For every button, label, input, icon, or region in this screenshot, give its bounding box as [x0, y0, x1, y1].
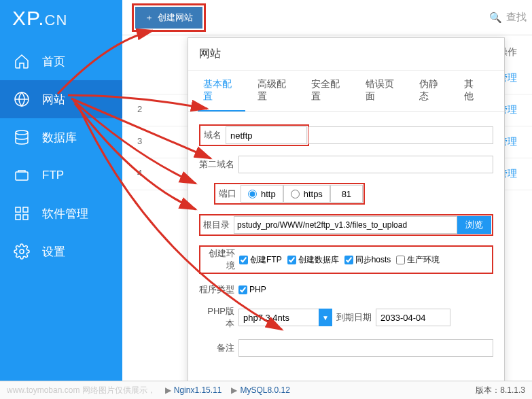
port-label: 端口 [216, 188, 241, 200]
create-site-modal: 网站 基本配置 高级配置 安全配置 错误页面 伪静态 其他 域名 第二域名 端口… [188, 37, 505, 399]
domain-label: 域名 [201, 129, 226, 141]
gear-icon [14, 243, 30, 260]
topbar: ＋ 创建网站 🔍 查找 [122, 0, 532, 35]
sidebar-item-label: 设置 [42, 244, 65, 260]
sidebar-item-label: 首页 [42, 54, 65, 69]
remark-label: 备注 [199, 342, 238, 354]
http-radio[interactable] [248, 190, 257, 198]
globe-icon [14, 91, 30, 107]
browse-button[interactable]: 浏览 [457, 216, 491, 234]
svg-point-1 [16, 131, 28, 135]
port-input[interactable] [330, 185, 363, 203]
search-icon: 🔍 [489, 12, 502, 24]
second-domain-label: 第二域名 [199, 158, 238, 171]
modal-title: 网站 [188, 38, 504, 71]
expire-date-input[interactable] [376, 309, 450, 326]
tab-security[interactable]: 安全配置 [306, 71, 353, 111]
nginx-service[interactable]: ▶Nginx1.15.11 [165, 385, 222, 395]
prog-type-label: 程序类型 [199, 283, 238, 296]
php-checkbox[interactable]: PHP [238, 285, 266, 294]
sidebar-item-home[interactable]: 首页 [0, 42, 122, 80]
root-dir-input[interactable] [234, 216, 457, 234]
create-site-highlight: ＋ 创建网站 [132, 3, 206, 32]
svg-rect-6 [23, 215, 28, 220]
play-icon: ▶ [231, 385, 237, 395]
play-icon: ▶ [165, 385, 171, 395]
domain-input-ext[interactable] [308, 126, 493, 144]
svg-point-7 [20, 249, 24, 254]
svg-rect-5 [16, 215, 20, 220]
sidebar: XP.CN 首页 网站 数据库 FTP 软件管理 设置 [0, 0, 122, 381]
remark-input[interactable] [238, 339, 493, 357]
watermark: www.toymoban.com 网络图片仅供展示， [7, 385, 156, 396]
ftp-icon [14, 167, 30, 184]
sidebar-item-label: 软件管理 [42, 206, 88, 222]
svg-rect-4 [23, 207, 28, 212]
https-radio-wrap[interactable]: https [283, 185, 330, 203]
tab-error[interactable]: 错误页面 [360, 71, 408, 111]
second-domain-input[interactable] [238, 156, 493, 173]
http-radio-wrap[interactable]: http [241, 185, 283, 203]
tab-rewrite[interactable]: 伪静态 [414, 71, 452, 111]
plus-icon: ＋ [145, 12, 154, 24]
https-radio[interactable] [291, 190, 300, 198]
home-icon [14, 53, 30, 69]
expire-label: 到期日期 [336, 311, 376, 324]
sync-hosts-checkbox[interactable]: 同步hosts [344, 254, 391, 266]
sidebar-item-software[interactable]: 软件管理 [0, 194, 122, 232]
sidebar-item-label: 数据库 [42, 130, 77, 145]
statusbar: www.toymoban.com 网络图片仅供展示， ▶Nginx1.15.11… [0, 381, 532, 399]
tab-basic[interactable]: 基本配置 [198, 71, 245, 111]
svg-rect-2 [16, 172, 28, 180]
php-version-label: PHP版本 [199, 305, 238, 330]
mysql-service[interactable]: ▶MySQL8.0.12 [231, 385, 289, 395]
search-area[interactable]: 🔍 查找 [489, 11, 527, 24]
sidebar-item-label: 网站 [42, 92, 65, 107]
sidebar-item-website[interactable]: 网站 [0, 80, 122, 118]
create-site-button[interactable]: ＋ 创建网站 [135, 7, 202, 29]
tab-advanced[interactable]: 高级配置 [252, 71, 300, 111]
database-icon [14, 129, 30, 145]
sidebar-item-label: FTP [42, 169, 64, 182]
sidebar-item-settings[interactable]: 设置 [0, 232, 122, 271]
create-db-checkbox[interactable]: 创建数据库 [287, 254, 339, 266]
domain-input[interactable] [226, 126, 307, 144]
root-label: 根目录 [201, 219, 234, 231]
prod-env-checkbox[interactable]: 生产环境 [396, 254, 440, 266]
logo: XP.CN [0, 0, 122, 42]
php-version-select[interactable] [238, 309, 332, 326]
svg-rect-3 [16, 207, 20, 212]
modal-form: 域名 第二域名 端口 http https 根目录 浏览 [188, 112, 504, 375]
sidebar-item-database[interactable]: 数据库 [0, 118, 122, 156]
sidebar-item-ftp[interactable]: FTP [0, 156, 122, 194]
create-ftp-checkbox[interactable]: 创建FTP [239, 254, 282, 266]
env-label: 创建环境 [201, 247, 239, 272]
modal-tabs: 基本配置 高级配置 安全配置 错误页面 伪静态 其他 [188, 71, 504, 112]
apps-icon [14, 205, 30, 222]
tab-other[interactable]: 其他 [459, 71, 488, 111]
version-label: 版本：8.1.1.3 [476, 385, 525, 396]
